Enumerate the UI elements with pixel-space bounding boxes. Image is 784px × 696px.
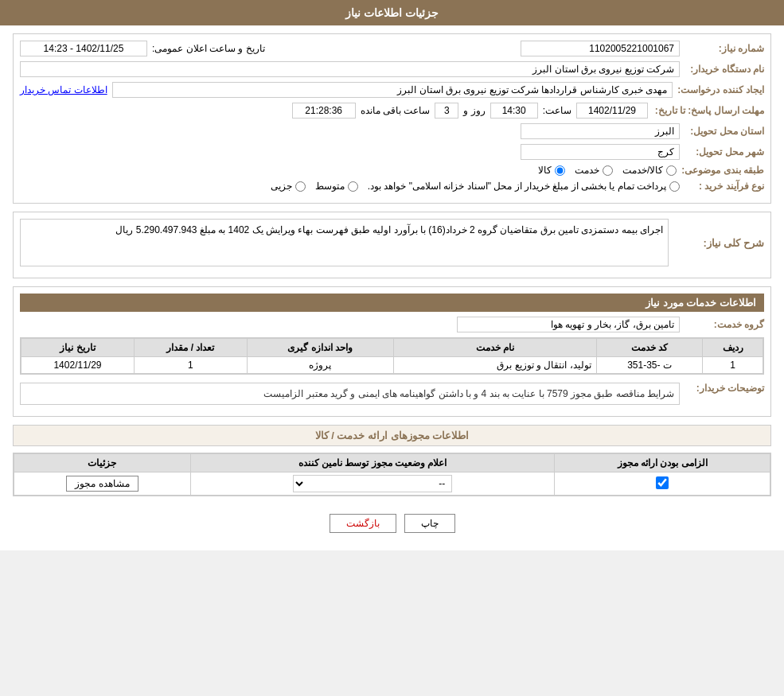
creator-contact-link[interactable]: اطلاعات تماس خریدار — [20, 84, 107, 95]
deadline-day-label: روز و — [463, 105, 485, 116]
city-label: شهر محل تحویل: — [685, 146, 764, 157]
print-button[interactable]: چاپ — [404, 514, 455, 533]
permit-table-row: -- مشاهده مجوز — [14, 472, 770, 496]
buyer-desc-label: توضیحات خریدار: — [685, 383, 764, 394]
col-service-code: کد خدمت — [596, 339, 703, 357]
col-date: تاریخ نیاز — [21, 339, 135, 357]
purchase-radio-medium[interactable] — [348, 181, 358, 192]
deadline-row: مهلت ارسال پاسخ: تا تاریخ: 1402/11/29 سا… — [20, 103, 764, 119]
announce-date-value: 1402/11/25 - 14:23 — [20, 41, 147, 56]
category-radio-kala-khedmat[interactable] — [666, 165, 677, 176]
need-desc-header-row: شرح کلی نیاز: اجرای بیمه دستمزدی تامین ب… — [20, 219, 764, 266]
buyer-desc-value: شرایط مناقصه طبق مجوز 7579 با عنایت به ب… — [20, 383, 680, 405]
col-service-name: نام خدمت — [393, 339, 596, 357]
announce-date-label: تاریخ و ساعت اعلان عمومی: — [152, 43, 265, 54]
purchase-label-small: جزیی — [271, 181, 292, 192]
service-group-row: گروه خدمت: تامین برق، گاز، بخار و تهویه … — [20, 317, 764, 332]
category-row: طبقه بندی موضوعی: کالا/خدمت خدمت کالا — [20, 165, 764, 176]
purchase-type-label: نوع فرآیند خرید : — [685, 181, 764, 192]
cell-row-num: 1 — [703, 357, 763, 374]
permit-table: الزامی بودن ارائه مجوز اعلام وضعیت مجوز … — [14, 453, 770, 496]
purchase-type-small: جزیی — [271, 181, 306, 192]
category-label-kala: کالا — [538, 165, 552, 176]
purchase-label-medium: متوسط — [315, 181, 345, 192]
need-number-value: 1102005221001067 — [521, 41, 680, 56]
purchase-type-row: نوع فرآیند خرید : پرداخت تمام یا بخشی از… — [20, 181, 764, 192]
cell-name: تولید، انتقال و توزیع برق — [393, 357, 596, 374]
category-label: طبقه بندی موضوعی: — [681, 165, 764, 176]
col-row-num: ردیف — [703, 339, 763, 357]
services-table-section: ردیف کد خدمت نام خدمت واحد اندازه گیری ت… — [20, 337, 764, 375]
service-group-value: تامین برق، گاز، بخار و تهویه هوا — [457, 317, 680, 332]
permit-col-status: اعلام وضعیت مجوز توسط نامین کننده — [190, 454, 554, 472]
creator-label: ایجاد کننده درخواست: — [677, 84, 764, 95]
category-option-kala: کالا — [538, 165, 565, 176]
category-radio-khedmat[interactable] — [603, 165, 613, 176]
creator-row: ایجاد کننده درخواست: مهدی خبری کارشناس ق… — [20, 82, 764, 98]
deadline-label: مهلت ارسال پاسخ: تا تاریخ: — [653, 105, 764, 116]
need-desc-section: شرح کلی نیاز: اجرای بیمه دستمزدی تامین ب… — [13, 212, 771, 278]
main-content: شماره نیاز: 1102005221001067 تاریخ و ساع… — [0, 25, 784, 550]
back-button[interactable]: بازگشت — [330, 514, 396, 533]
category-label-khedmat: خدمت — [575, 165, 599, 176]
buyer-name-row: نام دستگاه خریدار: شرکت توزیع نیروی برق … — [20, 61, 764, 77]
category-option-khedmat: خدمت — [575, 165, 613, 176]
col-quantity: تعداد / مقدار — [134, 339, 247, 357]
permit-table-header-row: الزامی بودن ارائه مجوز اعلام وضعیت مجوز … — [14, 454, 770, 472]
buyer-desc-row: توضیحات خریدار: شرایط مناقصه طبق مجوز 75… — [20, 383, 764, 405]
province-label: استان محل تحویل: — [685, 126, 764, 137]
deadline-time: 14:30 — [490, 103, 538, 119]
cell-unit: پروژه — [247, 357, 393, 374]
purchase-radio-note[interactable] — [669, 181, 680, 192]
deadline-days: 3 — [435, 103, 458, 119]
page-wrapper: جزئیات اطلاعات نیاز شماره نیاز: 11020052… — [0, 0, 784, 550]
page-title: جزئیات اطلاعات نیاز — [345, 6, 439, 19]
category-label-kala-khedmat: کالا/خدمت — [622, 165, 663, 176]
city-row: شهر محل تحویل: کرج — [20, 144, 764, 160]
permit-status-select[interactable]: -- — [293, 475, 452, 492]
purchase-type-note: پرداخت تمام یا بخشی از مبلغ خریدار از مح… — [368, 181, 680, 192]
services-table-header-row: ردیف کد خدمت نام خدمت واحد اندازه گیری ت… — [21, 339, 763, 357]
buyer-name-value: شرکت توزیع نیروی برق استان البرز — [20, 61, 680, 77]
purchase-radio-small[interactable] — [295, 181, 306, 192]
permit-required-checkbox[interactable] — [656, 476, 669, 489]
purchase-type-radio-group: پرداخت تمام یا بخشی از مبلغ خریدار از مح… — [271, 181, 680, 192]
deadline-remaining-label: ساعت باقی مانده — [361, 105, 431, 116]
services-table: ردیف کد خدمت نام خدمت واحد اندازه گیری ت… — [21, 338, 763, 374]
services-table-row: 1 ت -35-351 تولید، انتقال و توزیع برق پر… — [21, 357, 763, 374]
deadline-date: 1402/11/29 — [576, 103, 648, 119]
need-number-row: شماره نیاز: 1102005221001067 تاریخ و ساع… — [20, 41, 764, 56]
purchase-type-medium: متوسط — [315, 181, 358, 192]
need-desc-value: اجرای بیمه دستمزدی تامین برق متقاضیان گر… — [20, 219, 669, 266]
permits-section-divider: اطلاعات مجوزهای ارائه خدمت / کالا — [13, 425, 771, 446]
permit-col-required: الزامی بودن ارائه مجوز — [555, 454, 770, 472]
view-permit-button[interactable]: مشاهده مجوز — [66, 476, 138, 492]
buyer-name-label: نام دستگاه خریدار: — [685, 64, 764, 75]
deadline-time-label: ساعت: — [543, 105, 571, 116]
category-radio-kala[interactable] — [555, 165, 565, 176]
cell-quantity: 1 — [134, 357, 247, 374]
services-section-title: اطلاعات خدمات مورد نیاز — [20, 294, 764, 312]
cell-date: 1402/11/29 — [21, 357, 135, 374]
province-value: البرز — [521, 123, 680, 139]
permit-details-cell: مشاهده مجوز — [14, 472, 191, 496]
permit-required-cell — [555, 472, 770, 496]
col-unit: واحد اندازه گیری — [247, 339, 393, 357]
need-desc-label: شرح کلی نیاز: — [669, 237, 764, 249]
permit-status-cell: -- — [190, 472, 554, 496]
permit-col-details: جزئیات — [14, 454, 191, 472]
permit-table-section: الزامی بودن ارائه مجوز اعلام وضعیت مجوز … — [13, 453, 771, 496]
province-row: استان محل تحویل: البرز — [20, 123, 764, 139]
category-radio-group: کالا/خدمت خدمت کالا — [538, 165, 677, 176]
need-number-label: شماره نیاز: — [685, 43, 764, 54]
city-value: کرج — [521, 144, 680, 160]
page-header: جزئیات اطلاعات نیاز — [0, 0, 784, 25]
basic-info-section: شماره نیاز: 1102005221001067 تاریخ و ساع… — [13, 33, 771, 204]
cell-code: ت -35-351 — [596, 357, 703, 374]
footer-buttons: چاپ بازگشت — [13, 504, 771, 542]
services-section: اطلاعات خدمات مورد نیاز گروه خدمت: تامین… — [13, 286, 771, 417]
creator-value: مهدی خبری کارشناس قراردادها شرکت توزیع ن… — [112, 82, 673, 98]
category-option-kala-khedmat: کالا/خدمت — [622, 165, 677, 176]
service-group-label: گروه خدمت: — [685, 319, 764, 330]
purchase-note-text: پرداخت تمام یا بخشی از مبلغ خریدار از مح… — [368, 181, 666, 192]
